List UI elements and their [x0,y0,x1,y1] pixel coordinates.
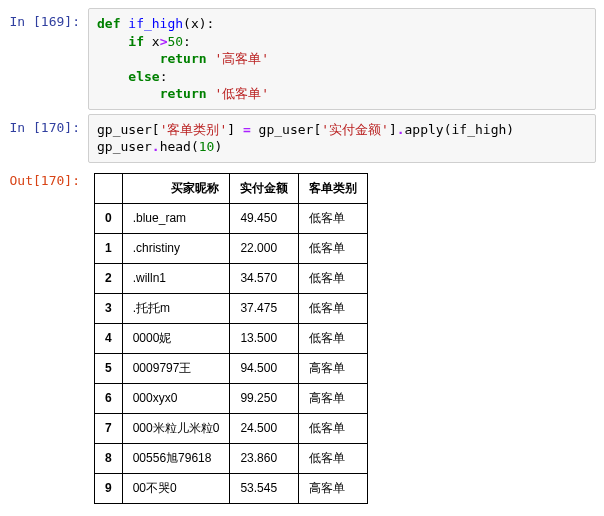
cell-category: 低客单 [299,293,368,323]
cell-amount: 22.000 [230,233,299,263]
paren: ) [214,139,222,154]
table-row: 2.willn134.570低客单 [95,263,368,293]
code-text: ] [389,122,397,137]
keyword-else: else [128,69,159,84]
cell-name: 00不哭0 [122,473,230,503]
table-row: 0.blue_ram49.450低客单 [95,203,368,233]
arg: x [191,16,199,31]
cell-name: 0000妮 [122,323,230,353]
paren: ) [199,16,207,31]
table-row: 40000妮13.500低客单 [95,323,368,353]
cell-category: 低客单 [299,323,368,353]
string-category: '客单类别' [160,122,228,137]
code-text: gp_user[ [251,122,321,137]
col-header-category: 客单类别 [299,173,368,203]
number-50: 50 [167,34,183,49]
row-index: 5 [95,353,123,383]
cell-category: 高客单 [299,353,368,383]
row-index: 6 [95,383,123,413]
cell-category: 高客单 [299,473,368,503]
cell-name: .willn1 [122,263,230,293]
colon: : [160,69,168,84]
cell-name: .blue_ram [122,203,230,233]
row-index: 3 [95,293,123,323]
cell-amount: 49.450 [230,203,299,233]
cell-name: 0009797王 [122,353,230,383]
function-name: if_high [128,16,183,31]
code-text: gp_user[ [97,122,160,137]
row-index: 1 [95,233,123,263]
string-high: '高客单' [214,51,269,66]
table-row: 800556旭7961823.860低客单 [95,443,368,473]
row-index: 7 [95,413,123,443]
table-row: 900不哭053.545高客单 [95,473,368,503]
keyword-return: return [160,51,207,66]
cell-amount: 24.500 [230,413,299,443]
call-args: (if_high) [444,122,514,137]
number-10: 10 [199,139,215,154]
operator-dot: . [397,122,405,137]
cell-name: 000xyx0 [122,383,230,413]
col-header-name: 买家昵称 [122,173,230,203]
colon: : [207,16,215,31]
cell-category: 低客单 [299,413,368,443]
input-prompt-169: In [169]: [8,8,88,110]
cell-category: 低客单 [299,263,368,293]
code-text: ] [227,122,243,137]
paren: ( [183,16,191,31]
cell-amount: 34.570 [230,263,299,293]
row-index: 4 [95,323,123,353]
cell-amount: 99.250 [230,383,299,413]
cell-name: 00556旭79618 [122,443,230,473]
cell-category: 低客单 [299,443,368,473]
paren: ( [191,139,199,154]
table-row: 1.christiny22.000低客单 [95,233,368,263]
cell-amount: 13.500 [230,323,299,353]
cell-amount: 37.475 [230,293,299,323]
cell-category: 低客单 [299,233,368,263]
cell-name: .christiny [122,233,230,263]
code-area-169[interactable]: def if_high(x): if x>50: return '高客单' el… [88,8,596,110]
table-row: 50009797王94.500高客单 [95,353,368,383]
row-index: 9 [95,473,123,503]
cell-amount: 94.500 [230,353,299,383]
table-row: 6000xyx099.250高客单 [95,383,368,413]
table-header-row: 买家昵称 实付金额 客单类别 [95,173,368,203]
table-corner [95,173,123,203]
operator-dot: . [152,139,160,154]
row-index: 8 [95,443,123,473]
var: x [152,34,160,49]
operator-eq: = [243,122,251,137]
row-index: 0 [95,203,123,233]
code-cell-169: In [169]: def if_high(x): if x>50: retur… [8,8,596,110]
cell-amount: 23.860 [230,443,299,473]
output-prompt-170: Out[170]: [8,167,88,504]
cell-name: .托托m [122,293,230,323]
cell-name: 000米粒儿米粒0 [122,413,230,443]
dataframe-table: 买家昵称 实付金额 客单类别 0.blue_ram49.450低客单1.chri… [94,173,368,504]
output-cell-170: Out[170]: 买家昵称 实付金额 客单类别 0.blue_ram49.45… [8,167,596,504]
keyword-return: return [160,86,207,101]
cell-amount: 53.545 [230,473,299,503]
table-row: 3.托托m37.475低客单 [95,293,368,323]
code-area-170[interactable]: gp_user['客单类别'] = gp_user['实付金额'].apply(… [88,114,596,163]
cell-category: 低客单 [299,203,368,233]
keyword-if: if [128,34,144,49]
string-low: '低客单' [214,86,269,101]
input-prompt-170: In [170]: [8,114,88,163]
method-head: head [160,139,191,154]
code-cell-170: In [170]: gp_user['客单类别'] = gp_user['实付金… [8,114,596,163]
colon: : [183,34,191,49]
code-text: gp_user [97,139,152,154]
table-row: 7000米粒儿米粒024.500低客单 [95,413,368,443]
keyword-def: def [97,16,120,31]
string-amount: '实付金额' [321,122,389,137]
row-index: 2 [95,263,123,293]
cell-category: 高客单 [299,383,368,413]
method-apply: apply [405,122,444,137]
col-header-amount: 实付金额 [230,173,299,203]
